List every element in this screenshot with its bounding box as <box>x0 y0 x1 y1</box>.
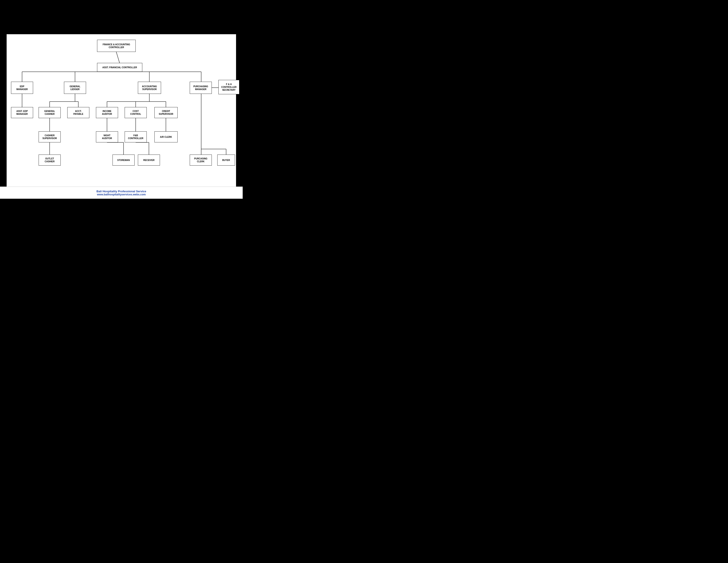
footer-title: Bali Hospitality Professional Service <box>96 190 146 193</box>
buyer-box: BUYER <box>217 154 235 165</box>
svg-line-0 <box>116 52 120 63</box>
credit-supervisor-box: CREDIT SUPERVISOR <box>154 107 178 118</box>
edp-manager-box: EDP MANAGER <box>11 82 33 94</box>
asst-edp-box: ASST. EDP MANAGER <box>11 107 33 118</box>
chart-container: FINANCE & ACCOUNTING CONTROLLERASST. FIN… <box>7 34 236 186</box>
cashier-supervisor-box: CASHIER SUPERVISOR <box>39 131 61 142</box>
top-banner <box>0 0 243 34</box>
night-auditor-box: NIGHT AUDITOR <box>96 131 118 142</box>
receiver-box: RECEIVER <box>138 154 160 165</box>
fb-controller-box: F&B CONTROLLER <box>125 131 147 142</box>
ar-clerk-box: A/R CLERK <box>154 131 178 142</box>
asst-financial-box: ASST. FINANCIAL CONTROLLER <box>97 63 142 72</box>
right-sidebar <box>236 34 243 186</box>
general-cashier-box: GENERAL CASHIER <box>39 107 61 118</box>
outlet-cashier-box: OUTLET CASHIER <box>39 154 61 165</box>
footer: Bali Hospitality Professional Service ww… <box>0 186 243 199</box>
footer-url: www.balihospitalityservices.webs.com <box>97 193 146 196</box>
finance-controller-box: FINANCE & ACCOUNTING CONTROLLER <box>97 40 136 52</box>
acct-payable-box: ACCT. PAYABLE <box>67 107 89 118</box>
fa-controller-secretary-box: F & A CONTROLLER SECRETARY <box>218 80 239 94</box>
storeman-box: STOREMAN <box>113 154 135 165</box>
cost-control-box: COST CONTROL <box>125 107 147 118</box>
left-sidebar <box>0 34 7 186</box>
general-ledger-box: GENERAL LEDGER <box>64 82 86 94</box>
page-wrapper: FINANCE & ACCOUNTING CONTROLLERASST. FIN… <box>0 0 243 199</box>
accounting-supervisor-box: ACCOUNTING SUPERVISOR <box>138 82 161 94</box>
income-auditor-box: INCOME AUDITOR <box>96 107 118 118</box>
purchasing-manager-box: PURCHASING MANAGER <box>190 82 212 94</box>
purcasing-clerk-box: PURCASING CLERK <box>190 154 212 165</box>
